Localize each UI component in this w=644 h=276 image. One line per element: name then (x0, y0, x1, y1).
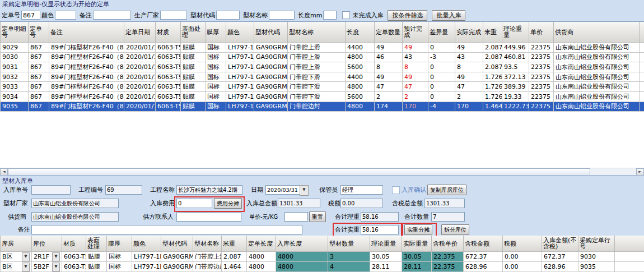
order-table-cell[interactable]: 国标 (206, 91, 226, 102)
order-table-cell[interactable]: 门带腔上滑 (288, 62, 346, 72)
order-table-cell[interactable]: 1.726 (483, 91, 502, 102)
order-table-cell[interactable]: 89#门框型材F26-F40（866+867） (49, 52, 124, 62)
order-table-cell[interactable]: 9035 (1, 102, 29, 112)
order-table-cell[interactable]: 22375 (529, 43, 554, 53)
order-table-cell[interactable]: 89#门框型材F26-F40（866+867） (49, 82, 124, 92)
order-table-cell[interactable] (640, 62, 644, 72)
inbound-table-cell[interactable]: B区▼ (1, 252, 32, 262)
order-table-cell[interactable]: 22375 (529, 72, 554, 82)
order-table-cell[interactable]: 4800 (346, 102, 375, 112)
order-table-cell[interactable] (640, 72, 644, 82)
order-table-cell[interactable]: 门带腔下滑 (288, 82, 346, 92)
order-table-cell[interactable]: 46 (375, 52, 403, 62)
order-table-row[interactable]: 903186789#门框型材F26-F40（866+867）2020/01/13… (1, 62, 644, 72)
fee-allocate-button[interactable]: 费用分摊 (214, 198, 242, 209)
order-table-cell[interactable]: 0 (428, 43, 455, 53)
inbound-table-cell[interactable]: 4 (328, 262, 370, 272)
order-table-cell[interactable]: 49 (403, 43, 428, 53)
order-table-cell[interactable]: 8 (403, 62, 428, 72)
inbound-table-cell[interactable]: 贴膜 (86, 262, 107, 272)
inbound-table-row[interactable]: B区▼5B2F▼6063-T5贴膜国标LH797-1LL0GA90GRM05门带… (1, 262, 644, 272)
inbound-table-cell[interactable]: GA90GRM05 (161, 262, 193, 272)
order-table-cell[interactable]: 山东南山铝业股份有限公司 (554, 62, 640, 72)
order-table-cell[interactable]: 22375 (529, 82, 554, 92)
filter-color-input[interactable] (55, 11, 76, 20)
order-table-cell[interactable]: 0 (428, 91, 455, 102)
order-table-cell[interactable] (640, 43, 644, 53)
inbound-table-cell[interactable]: LH797-1LL0 (132, 262, 161, 272)
combo-dropdown-icon[interactable]: ▼ (22, 252, 30, 261)
order-table-cell[interactable]: 贴膜 (181, 43, 206, 53)
order-table-cell[interactable]: 2 (403, 91, 428, 102)
inbound-table-cell[interactable]: 22.375 (432, 262, 464, 272)
order-table-cell[interactable]: 2.087 (483, 52, 502, 62)
inbound-no-input[interactable] (31, 185, 71, 195)
order-table-cell[interactable]: 389.39 (502, 82, 529, 92)
order-table-row[interactable]: 903286789#门框型材F26-F40（866+867）2020/01/13… (1, 72, 644, 82)
order-table-cell[interactable]: 47 (375, 82, 403, 92)
order-table-cell[interactable]: 867 (29, 91, 49, 102)
order-table-cell[interactable]: 43 (403, 52, 428, 62)
order-table-cell[interactable]: 门带腔下滑 (288, 72, 346, 82)
order-table-cell[interactable]: 89#门框型材F26-F40（866+867） (49, 43, 124, 53)
order-table-cell[interactable]: 867 (29, 52, 49, 62)
inbound-table-cell[interactable]: 贴膜 (86, 252, 107, 262)
inbound-table-cell[interactable]: LH797-1LL0 (132, 252, 161, 262)
theory-weight-input[interactable] (361, 212, 399, 222)
inbound-table-cell[interactable]: 6063-T5 (62, 252, 86, 262)
order-table-cell[interactable] (640, 102, 644, 112)
inbound-table-cell[interactable]: 672.37 (464, 252, 503, 262)
inbound-table-cell[interactable]: 0.00 (503, 262, 542, 272)
order-table-cell[interactable]: 0 (428, 72, 455, 82)
order-table-cell[interactable]: 4800 (346, 52, 375, 62)
inbound-table-cell[interactable]: 门带腔边封 (193, 262, 222, 272)
order-table-cell[interactable]: 9034 (1, 91, 29, 102)
order-table-cell[interactable]: 6063-T5 (156, 62, 181, 72)
filter-length-input[interactable] (323, 11, 337, 20)
order-table-cell[interactable]: GA90GRM03 (254, 43, 288, 53)
inbound-table-row[interactable]: B区▼2R1F▼6063-T5贴膜国标LH797-1LL0GA90GRM03门带… (1, 252, 644, 262)
order-table-cell[interactable]: 2.087 (483, 43, 502, 53)
order-table-cell[interactable]: LH797-1LL0 (226, 102, 254, 112)
order-table-cell[interactable]: 9031 (1, 62, 29, 72)
order-table-cell[interactable]: 国标 (206, 102, 226, 112)
inbound-table-cell[interactable]: 30.05 (402, 252, 432, 262)
order-table-cell[interactable]: -3 (428, 52, 455, 62)
order-table-cell[interactable]: 6063-T5 (156, 91, 181, 102)
inbound-table-cell[interactable]: 6063-T5 (62, 262, 86, 272)
order-table-cell[interactable]: 2.087 (483, 62, 502, 72)
inbound-table-cell[interactable]: 30.05 (370, 252, 402, 262)
order-table-cell[interactable]: 9030 (1, 52, 29, 62)
order-table-cell[interactable]: 贴膜 (181, 72, 206, 82)
supplier-input[interactable] (31, 212, 119, 222)
order-table-cell[interactable]: 6063-T5 (156, 43, 181, 53)
order-table-cell[interactable]: LH797-1LL0 (226, 91, 254, 102)
copy-warehouse-button[interactable]: 复制库房库位 (427, 185, 466, 195)
inbound-table-cell[interactable]: 4800 (276, 252, 328, 262)
split-location-button[interactable]: 拆分库位 (441, 224, 469, 235)
order-table-cell[interactable]: 山东南山铝业股份有限公司 (554, 82, 640, 92)
order-table-cell[interactable]: 4400 (346, 72, 375, 82)
order-table-cell[interactable]: 89#门框型材F26-F40（866+867） (49, 91, 124, 102)
inbound-table-cell[interactable] (615, 252, 644, 262)
combo-dropdown-icon[interactable]: ▼ (22, 263, 30, 272)
order-table-cell[interactable]: 2020/01/13 (124, 52, 156, 62)
order-table-cell[interactable]: 4400 (346, 43, 375, 53)
project-name-input[interactable] (176, 185, 242, 195)
order-table-cell[interactable]: LH797-1LL0 (226, 82, 254, 92)
inbound-table-cell[interactable]: 9035 (578, 262, 615, 272)
order-table-cell[interactable]: 49 (455, 43, 483, 53)
order-table-cell[interactable]: LH797-1LL0 (226, 43, 254, 53)
remark-input[interactable] (31, 225, 302, 234)
factory-input[interactable] (31, 199, 119, 208)
inbound-table-cell[interactable]: 0.00 (503, 252, 542, 262)
order-table-cell[interactable]: 43 (455, 52, 483, 62)
order-table-cell[interactable]: 山东南山铝业股份有限公司 (554, 43, 640, 53)
order-table-cell[interactable]: GA90GRM04 (254, 91, 288, 102)
inbound-table-cell[interactable]: 3 (328, 252, 370, 262)
order-table-row[interactable]: 903486789#门框型材F26-F40（866+867）2020/01/13… (1, 91, 644, 102)
order-table-cell[interactable]: 2020/01/13 (124, 43, 156, 53)
inbound-table-cell[interactable]: 628.96 (542, 262, 578, 272)
order-table-cell[interactable]: GA90GRM03 (254, 52, 288, 62)
order-table-cell[interactable]: 6063-T5 (156, 82, 181, 92)
